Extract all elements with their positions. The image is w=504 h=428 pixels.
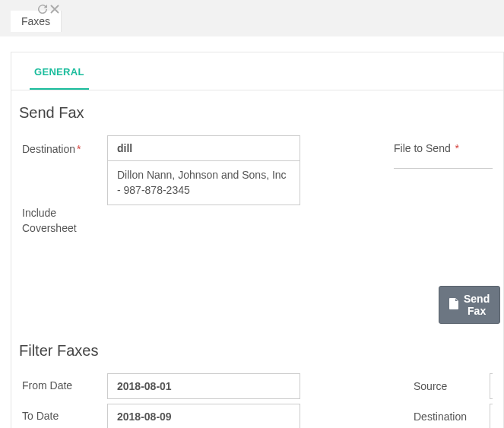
document-icon: [449, 298, 459, 312]
source-input[interactable]: [490, 373, 493, 399]
to-date-label: To Date: [22, 409, 107, 424]
send-fax-button-label: Send Fax: [464, 293, 490, 317]
from-date-input[interactable]: [107, 373, 300, 399]
source-label: Source: [414, 380, 490, 392]
to-date-input[interactable]: [107, 404, 300, 428]
window-tab-strip: Faxes: [0, 0, 504, 36]
filter-destination-input[interactable]: [490, 404, 493, 428]
file-to-send-label: File to Send *: [394, 142, 459, 154]
tab-faxes[interactable]: Faxes: [11, 11, 62, 32]
required-asterisk: *: [452, 142, 459, 154]
file-to-send-input-underline[interactable]: [394, 168, 493, 169]
destination-input[interactable]: [107, 135, 300, 161]
tab-label: Faxes: [21, 15, 50, 27]
destination-label: Destination*: [22, 135, 107, 157]
autocomplete-dropdown: Dillon Nann, Johnson and Sons, Inc - 987…: [107, 160, 300, 205]
main-panel: GENERAL Send Fax Destination* Dillon Nan…: [11, 52, 504, 428]
inner-tabbar: GENERAL: [11, 52, 503, 90]
from-date-label: From Date: [22, 379, 107, 394]
section-title-send-fax: Send Fax: [11, 90, 503, 129]
tab-general[interactable]: GENERAL: [30, 52, 89, 90]
refresh-icon[interactable]: [38, 5, 47, 14]
coversheet-label: Include Coversheet: [22, 199, 107, 236]
section-title-filter-faxes: Filter Faxes: [11, 328, 503, 367]
filter-destination-label: Destination: [414, 411, 490, 423]
close-icon[interactable]: [50, 5, 59, 14]
send-fax-button[interactable]: Send Fax: [439, 286, 500, 324]
autocomplete-option[interactable]: Dillon Nann, Johnson and Sons, Inc - 987…: [108, 161, 300, 204]
required-asterisk: *: [77, 143, 81, 155]
